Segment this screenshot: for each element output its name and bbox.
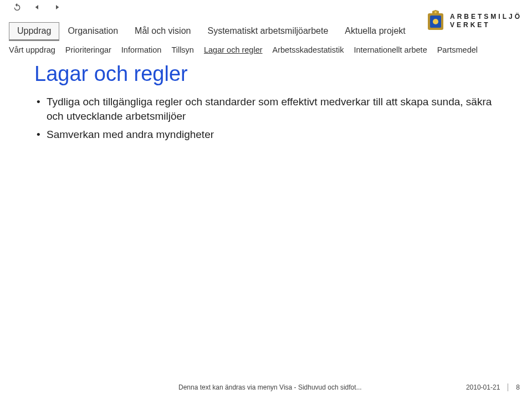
- content: Lagar och regler Tydliga och tillgänglig…: [34, 62, 510, 146]
- logo-line1: ARBETSMILJÖ: [450, 13, 522, 21]
- logo-line2: VERKET: [450, 21, 522, 29]
- next-icon[interactable]: [52, 2, 62, 12]
- page-title: Lagar och regler: [34, 62, 510, 86]
- footer: Denna text kan ändras via menyn Visa - S…: [0, 383, 532, 391]
- svg-point-3: [434, 11, 437, 13]
- tab-uppdrag[interactable]: Uppdrag: [9, 22, 59, 41]
- tab-systematiskt[interactable]: Systematiskt arbetsmiljöarbete: [199, 22, 336, 41]
- subtab-partsmedel[interactable]: Partsmedel: [437, 45, 478, 55]
- secondary-tabs: Vårt uppdrag Prioriteringar Information …: [9, 45, 478, 55]
- footer-date: 2010-01-21: [466, 383, 500, 391]
- bullet-item: Samverkan med andra myndigheter: [37, 127, 510, 142]
- tab-organisation[interactable]: Organisation: [59, 22, 126, 41]
- prev-icon[interactable]: [32, 2, 42, 12]
- subtab-internationellt[interactable]: Internationellt arbete: [354, 45, 427, 55]
- footer-page-number: 8: [516, 383, 520, 391]
- slide: Uppdrag Organisation Mål och vision Syst…: [0, 0, 532, 399]
- tab-aktuella-projekt[interactable]: Aktuella projekt: [336, 22, 413, 41]
- subtab-lagar-och-regler[interactable]: Lagar och regler: [204, 45, 263, 55]
- toolbar: [12, 2, 62, 12]
- footer-note: Denna text kan ändras via menyn Visa - S…: [178, 383, 362, 391]
- footer-separator: [508, 383, 508, 391]
- primary-tabs: Uppdrag Organisation Mål och vision Syst…: [9, 22, 414, 41]
- logo: ARBETSMILJÖ VERKET: [427, 10, 522, 32]
- subtab-prioriteringar[interactable]: Prioriteringar: [65, 45, 111, 55]
- subtab-vart-uppdrag[interactable]: Vårt uppdrag: [9, 45, 55, 55]
- subtab-arbetsskadestatistik[interactable]: Arbetsskadestatistik: [273, 45, 344, 55]
- undo-icon[interactable]: [12, 2, 22, 12]
- logo-text: ARBETSMILJÖ VERKET: [450, 13, 522, 29]
- subtab-information[interactable]: Information: [121, 45, 162, 55]
- bullet-list: Tydliga och tillgängliga regler och stan…: [34, 95, 510, 142]
- svg-point-2: [433, 19, 438, 24]
- bullet-item: Tydliga och tillgängliga regler och stan…: [37, 95, 510, 123]
- subtab-tillsyn[interactable]: Tillsyn: [171, 45, 194, 55]
- tab-mal-och-vision[interactable]: Mål och vision: [126, 22, 199, 41]
- logo-emblem-icon: [427, 10, 444, 32]
